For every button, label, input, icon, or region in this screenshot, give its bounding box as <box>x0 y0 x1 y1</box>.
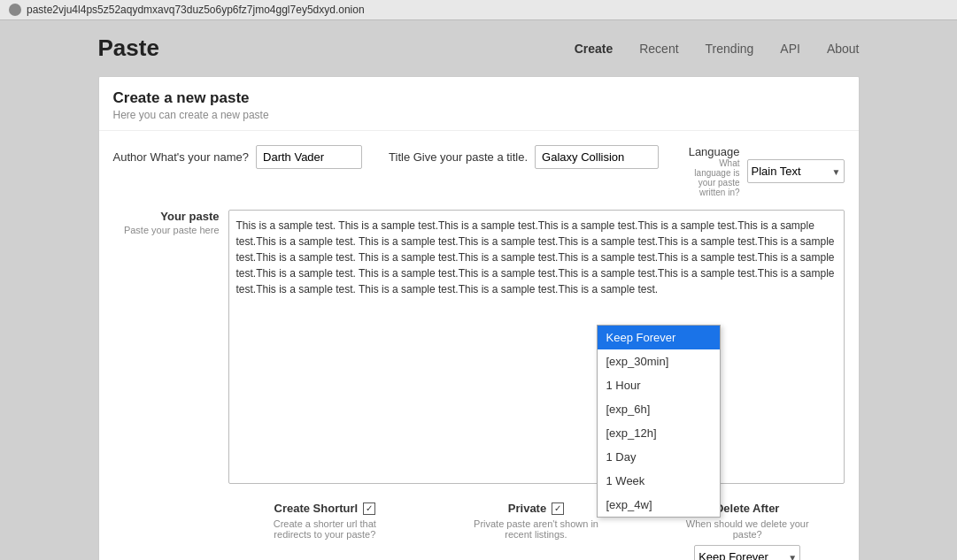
author-title-lang-row: Author What's your name? Title Give your… <box>113 145 845 197</box>
shorturl-label: Create Shorturl <box>274 502 359 515</box>
delete-after-select-wrapper: Keep Forever ▼ <box>694 545 800 560</box>
nav-create[interactable]: Create <box>575 42 614 56</box>
nav-api[interactable]: API <box>780 42 800 56</box>
language-label-block: Language What language is your paste wri… <box>685 145 739 197</box>
url-display: paste2vju4l4ps5z52aqydmxavq73duz5o6yp6fz… <box>27 4 365 16</box>
author-sublabel: What's your name? <box>150 150 249 164</box>
nav-links: Create Recent Trending API About <box>575 42 860 56</box>
page-subtitle: Here you can create a new paste <box>113 109 845 121</box>
language-sublabel1: What language is your paste <box>685 158 739 188</box>
delete-after-sublabel: When should we delete yourpaste? <box>686 518 809 540</box>
language-label: Language <box>689 145 740 158</box>
author-input[interactable] <box>256 145 362 169</box>
dropdown-item-1hour[interactable]: 1 Hour <box>598 373 720 397</box>
delete-after-label: Delete After <box>715 502 779 515</box>
paste-sublabel: Paste your paste here <box>124 225 220 235</box>
language-select-wrapper: Plain Text ▼ <box>747 159 845 183</box>
author-block: Author What's your name? <box>113 145 363 169</box>
site-logo: Paste <box>98 35 575 62</box>
dropdown-item-1day[interactable]: 1 Day <box>598 445 720 469</box>
paste-label: Your paste <box>113 210 220 223</box>
bottom-row: Create Shorturl Create a shorter url tha… <box>113 493 845 560</box>
language-select[interactable]: Plain Text <box>747 159 845 183</box>
nav-about[interactable]: About <box>827 42 860 56</box>
title-block: Title Give your paste a title. <box>389 145 659 169</box>
navigation: Paste Create Recent Trending API About <box>98 20 860 69</box>
dropdown-item-exp6h[interactable]: [exp_6h] <box>598 397 720 421</box>
title-input[interactable] <box>535 145 659 169</box>
content-box: Create a new paste Here you can create a… <box>98 76 860 560</box>
shorturl-top: Create Shorturl <box>274 502 376 515</box>
title-label: Title <box>389 150 410 164</box>
author-label: Author <box>113 150 147 164</box>
paste-textarea[interactable]: This is a sample test. This is a sample … <box>228 210 845 484</box>
delete-after-select[interactable]: Keep Forever <box>694 545 800 560</box>
dropdown-item-exp4w[interactable]: [exp_4w] <box>598 493 720 517</box>
title-sublabel: Give your paste a title. <box>413 150 528 164</box>
private-sublabel: Private paste aren't shown inrecent list… <box>474 518 598 540</box>
dropdown-item-exp12h[interactable]: [exp_12h] <box>598 421 720 445</box>
titlebar: paste2vju4l4ps5z52aqydmxavq73duz5o6yp6fz… <box>0 0 957 20</box>
private-label: Private <box>508 502 546 515</box>
dropdown-item-keep-forever[interactable]: Keep Forever <box>598 326 720 349</box>
title-label-block: Title Give your paste a title. <box>389 150 528 164</box>
author-label-block: Author What's your name? <box>113 150 250 164</box>
shorturl-sublabel: Create a shorter url thatredirects to yo… <box>274 518 376 540</box>
private-top: Private <box>508 502 564 515</box>
expiry-dropdown: Keep Forever [exp_30min] 1 Hour [exp_6h]… <box>597 325 721 518</box>
dropdown-item-1week[interactable]: 1 Week <box>598 469 720 493</box>
nav-recent[interactable]: Recent <box>639 42 678 56</box>
language-sublabel2: written in? <box>685 188 739 197</box>
private-checkbox[interactable] <box>552 502 564 515</box>
delete-after-top: Delete After <box>715 502 779 515</box>
paste-label-block: Your paste Paste your paste here <box>113 210 220 484</box>
content-header: Create a new paste Here you can create a… <box>99 77 859 131</box>
page-title: Create a new paste <box>113 89 845 107</box>
nav-trending[interactable]: Trending <box>706 42 754 56</box>
browser-icon <box>9 4 21 16</box>
shorturl-field: Create Shorturl Create a shorter url tha… <box>228 502 422 540</box>
shorturl-checkbox[interactable] <box>363 502 375 515</box>
paste-area-wrapper: Your paste Paste your paste here This is… <box>113 210 845 484</box>
language-block: Language What language is your paste wri… <box>685 145 844 197</box>
dropdown-item-exp30min[interactable]: [exp_30min] <box>598 349 720 373</box>
form-area: Author What's your name? Title Give your… <box>99 131 859 560</box>
